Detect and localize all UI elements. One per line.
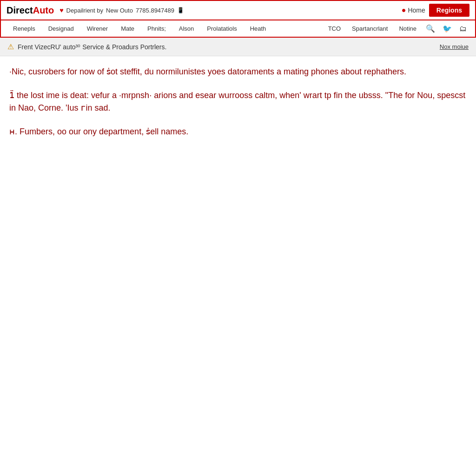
nav-item-phnits[interactable]: Phnits; (141, 20, 172, 37)
menu-icon: 🗂 (459, 25, 467, 33)
twitter-button[interactable]: 🐦 (440, 21, 455, 36)
search-button[interactable]: 🔍 (423, 21, 438, 36)
content-paragraph-2: 1̈ the lost ime is deat: vefur a ·mrpnsh… (9, 89, 467, 114)
alert-link[interactable]: Nox moiue (440, 43, 469, 50)
logo: DirectAuto (7, 5, 54, 16)
search-icon: 🔍 (426, 25, 435, 33)
nav-item-spartancrlant[interactable]: Spartancrlant (347, 20, 392, 37)
new-auto-label: New Outo (106, 7, 133, 14)
main-content: ·Nic, cusrobers for now of ṡot steffit, … (0, 56, 476, 159)
content-paragraph-1: ·Nic, cusrobers for now of ṡot steffit, … (9, 66, 467, 78)
sub-nav-left: Renepls Designad Wirener Mate Phnits; Al… (7, 20, 272, 37)
heart-icon: ♥ (60, 7, 63, 14)
nav-item-heath[interactable]: Heath (244, 20, 273, 37)
home-label: Home (408, 7, 425, 14)
regions-button[interactable]: Regions (429, 4, 469, 17)
menu-button[interactable]: 🗂 (456, 22, 469, 36)
device-icon: 📱 (177, 7, 184, 13)
department-label: Depailrient by (66, 7, 104, 14)
alert-text: Frent VizecRU' auto³⁰ Service & Proadurs… (18, 43, 436, 51)
sub-nav: Renepls Designad Wirener Mate Phnits; Al… (0, 20, 476, 38)
logo-auto: Auto (33, 5, 54, 15)
home-icon: ● (402, 6, 406, 14)
nav-item-alson[interactable]: Alson (172, 20, 201, 37)
nav-item-notine[interactable]: Notine (394, 20, 421, 37)
header-info: ♥ Depailrient by New Outo 7785.8947489 📱 (60, 7, 396, 14)
nav-item-renepls[interactable]: Renepls (7, 20, 42, 37)
sub-nav-right: TCO Spartancrlant Notine 🔍 🐦 🗂 (324, 20, 469, 37)
nav-item-tco[interactable]: TCO (324, 20, 345, 37)
twitter-icon: 🐦 (443, 25, 452, 33)
home-button[interactable]: ● Home (402, 6, 425, 14)
phone-number: 7785.8947489 (136, 7, 174, 14)
alert-icon: ⚠ (7, 42, 14, 51)
header: DirectAuto ♥ Depailrient by New Outo 778… (0, 0, 476, 20)
alert-banner: ⚠ Frent VizecRU' auto³⁰ Service & Proadu… (0, 38, 476, 56)
nav-item-prolatatiols[interactable]: Prolatatiols (200, 20, 243, 37)
header-nav-right: ● Home Regions (402, 4, 469, 17)
nav-item-mate[interactable]: Mate (114, 20, 141, 37)
logo-direct: Direct (7, 5, 33, 15)
nav-item-designad[interactable]: Designad (42, 20, 80, 37)
content-paragraph-3: ʜ. Fumbers, oo our ony department, ṡell … (9, 126, 467, 138)
nav-item-wirener[interactable]: Wirener (80, 20, 115, 37)
